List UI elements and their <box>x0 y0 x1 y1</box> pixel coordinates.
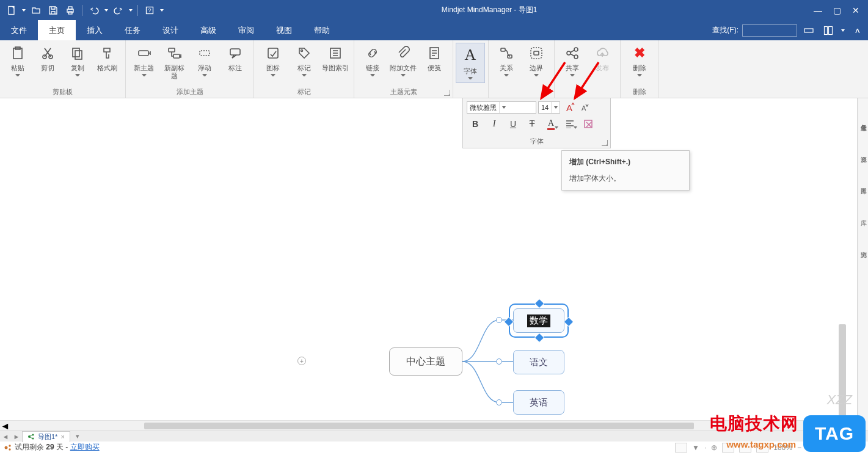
map-index-button[interactable]: 导图索引 <box>321 43 349 72</box>
callout-button[interactable]: 标注 <box>222 43 249 72</box>
layout-toggle-dropdown[interactable] <box>840 29 846 32</box>
rightbar-item-3[interactable]: 库 <box>859 205 867 225</box>
save-button[interactable] <box>45 2 61 18</box>
layout-toggle-button[interactable] <box>820 23 836 38</box>
connector-dot[interactable] <box>496 399 502 405</box>
find-input[interactable] <box>742 24 797 37</box>
hscroll-thumb[interactable] <box>144 423 694 429</box>
tab-advanced[interactable]: 高级 <box>189 20 227 40</box>
tab-view[interactable]: 视图 <box>265 20 303 40</box>
cut-button[interactable]: 剪切 <box>35 43 61 72</box>
tags-button[interactable]: 标记 <box>290 43 318 78</box>
document-tab-close[interactable]: × <box>60 433 64 440</box>
floating-topic-button[interactable]: 浮动 <box>192 43 219 78</box>
right-task-panel: 任务信息 资源 图库 库 浏览 <box>858 98 868 431</box>
tab-file[interactable]: 文件 <box>0 20 38 40</box>
redo-button[interactable] <box>111 2 126 18</box>
svg-rect-3 <box>68 12 72 14</box>
rightbar-item-1[interactable]: 资源 <box>859 141 867 162</box>
svg-rect-14 <box>75 51 82 59</box>
maximize-button[interactable]: ▢ <box>833 5 841 15</box>
central-topic[interactable]: 中心主题 <box>389 347 462 376</box>
zoom-target-icon[interactable]: ⊕ <box>711 443 717 452</box>
filter-icon[interactable]: ▼ <box>692 443 699 452</box>
link-button[interactable]: 链接 <box>359 43 386 78</box>
minimize-button[interactable]: — <box>814 5 822 15</box>
svg-point-28 <box>567 51 571 55</box>
rightbar-item-4[interactable]: 浏览 <box>859 236 867 257</box>
zoom-out-button[interactable]: − <box>797 443 801 452</box>
view-mode-button[interactable] <box>675 443 687 453</box>
rightbar-item-0[interactable]: 任务信息 <box>859 109 867 130</box>
expand-handle-left[interactable]: + <box>297 357 306 365</box>
undo-button[interactable] <box>86 2 102 18</box>
ribbon-group-addtopic: 新主题 新副标题 浮动 标注 添加主题 <box>126 40 254 98</box>
font-panel-label: 字体 <box>530 137 544 146</box>
attachment-button[interactable]: 附加文件 <box>390 43 417 78</box>
print-button[interactable] <box>62 2 78 18</box>
elements-dialog-launcher[interactable] <box>444 90 450 96</box>
bold-button[interactable]: B <box>467 117 484 131</box>
delete-button[interactable]: ✖删除 <box>625 43 653 78</box>
child-topic-1[interactable]: 数学 <box>513 308 564 333</box>
open-button[interactable] <box>28 2 44 18</box>
copy-button[interactable]: 复制 <box>65 43 91 78</box>
close-button[interactable]: ✕ <box>852 5 859 15</box>
italic-button[interactable]: I <box>486 117 503 131</box>
notes-button[interactable]: 便笺 <box>421 43 448 72</box>
qat-separator <box>137 5 138 16</box>
tab-task[interactable]: 任务 <box>114 20 151 40</box>
share-button[interactable]: 共享 <box>560 43 586 78</box>
hscroll-left[interactable]: ◄ <box>0 421 10 431</box>
ribbon-tabs: 文件 主页 插入 任务 设计 高级 审阅 视图 帮助 查找(F): ʌ <box>0 20 868 40</box>
underline-button[interactable]: U <box>505 117 522 131</box>
new-doc-dropdown[interactable] <box>21 9 27 12</box>
tab-help[interactable]: 帮助 <box>303 20 341 40</box>
tab-home[interactable]: 主页 <box>38 20 76 40</box>
doctab-menu[interactable]: ▾ <box>72 432 83 442</box>
help-button[interactable]: ? <box>142 2 158 18</box>
format-painter-button[interactable]: 格式刷 <box>94 43 120 72</box>
child-topic-2[interactable]: 语文 <box>513 350 564 374</box>
group-label-clipboard: 剪贴板 <box>53 87 73 96</box>
ribbon: 粘贴 剪切 复制 格式刷 剪贴板 新主题 新副标题 浮动 标注 添加主题 图标 … <box>0 40 868 98</box>
font-dialog-launcher[interactable] <box>602 140 608 146</box>
ribbon-group-relation: 关系 边界 <box>489 40 555 98</box>
strikethrough-button[interactable]: T <box>523 117 541 131</box>
font-family-combo[interactable]: 微软雅黑 <box>467 101 536 114</box>
clear-format-button[interactable] <box>580 117 597 131</box>
doctab-next[interactable]: ► <box>11 432 22 442</box>
font-color-button[interactable]: A <box>542 117 560 131</box>
collapse-ribbon-button[interactable]: ʌ <box>850 23 866 38</box>
connector-dot[interactable] <box>496 317 502 323</box>
tab-insert[interactable]: 插入 <box>76 20 114 40</box>
new-doc-button[interactable] <box>4 2 20 18</box>
align-button[interactable] <box>561 117 578 131</box>
undo-dropdown[interactable] <box>103 9 109 12</box>
new-topic-button[interactable]: 新主题 <box>131 43 158 78</box>
group-label-markers: 标记 <box>297 87 311 96</box>
buy-now-link[interactable]: 立即购买 <box>70 443 100 451</box>
relationship-button[interactable]: 关系 <box>494 43 520 78</box>
svg-rect-6 <box>804 29 813 32</box>
doctab-prev[interactable]: ◄ <box>0 432 11 442</box>
window-controls: — ▢ ✕ <box>814 5 868 15</box>
help-dropdown[interactable] <box>159 9 165 12</box>
tab-review[interactable]: 审阅 <box>227 20 265 40</box>
rightbar-item-2[interactable]: 图库 <box>859 173 867 194</box>
redo-dropdown[interactable] <box>128 9 134 12</box>
ruler-toggle-button[interactable] <box>801 23 817 38</box>
font-button[interactable]: A字体 <box>456 43 485 83</box>
paste-button[interactable]: 粘贴 <box>5 43 31 78</box>
tab-design[interactable]: 设计 <box>151 20 189 40</box>
new-subtopic-button[interactable]: 新副标题 <box>161 43 188 80</box>
canvas-area[interactable]: + 中心主题 数学 语文 英语 <box>0 98 858 431</box>
boundary-button[interactable]: 边界 <box>523 43 550 78</box>
increase-font-button[interactable]: A <box>562 101 575 114</box>
document-tab[interactable]: 导图1* × <box>22 431 70 442</box>
icons-button[interactable]: 图标 <box>259 43 286 78</box>
child-topic-3[interactable]: 英语 <box>513 390 564 415</box>
decrease-font-button[interactable]: A <box>577 101 591 114</box>
font-size-combo[interactable]: 14 <box>538 101 560 114</box>
connector-dot[interactable] <box>496 358 502 365</box>
